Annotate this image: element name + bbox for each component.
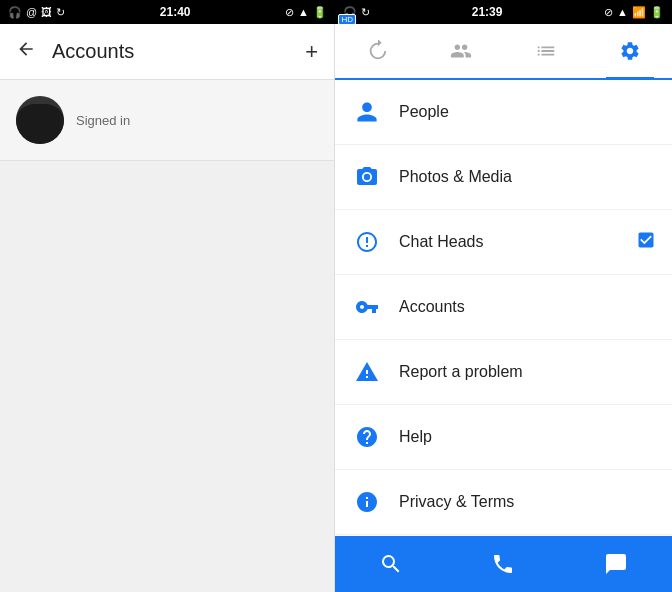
key-icon bbox=[351, 291, 383, 323]
warning-icon bbox=[351, 356, 383, 388]
menu-item-help[interactable]: Help bbox=[335, 405, 672, 470]
signed-in-label: Signed in bbox=[76, 113, 130, 128]
report-label: Report a problem bbox=[399, 363, 656, 381]
menu-list: People Photos & Media Chat Heads bbox=[335, 80, 672, 536]
info-circle-icon bbox=[351, 486, 383, 518]
menu-item-report[interactable]: Report a problem bbox=[335, 340, 672, 405]
accounts-label: Accounts bbox=[399, 298, 656, 316]
chat-heads-check bbox=[636, 230, 656, 255]
person-icon bbox=[351, 96, 383, 128]
left-header: Accounts + bbox=[0, 24, 334, 80]
help-label: Help bbox=[399, 428, 656, 446]
call-nav-button[interactable]: HD bbox=[447, 536, 559, 592]
chat-heads-icon bbox=[351, 226, 383, 258]
tab-list[interactable] bbox=[522, 23, 570, 79]
search-nav-button[interactable] bbox=[335, 536, 447, 592]
right-panel: People Photos & Media Chat Heads bbox=[335, 24, 672, 592]
page-title: Accounts bbox=[52, 40, 305, 63]
left-panel: Accounts + Signed in bbox=[0, 24, 335, 592]
camera-icon bbox=[351, 161, 383, 193]
avatar bbox=[16, 96, 64, 144]
right-header bbox=[335, 24, 672, 80]
menu-item-people[interactable]: People bbox=[335, 80, 672, 145]
people-label: People bbox=[399, 103, 656, 121]
chat-nav-button[interactable] bbox=[560, 536, 672, 592]
add-button[interactable]: + bbox=[305, 39, 318, 65]
menu-item-privacy[interactable]: Privacy & Terms bbox=[335, 470, 672, 535]
tab-settings[interactable] bbox=[606, 23, 654, 79]
menu-item-accounts[interactable]: Accounts bbox=[335, 275, 672, 340]
tab-recent[interactable] bbox=[353, 23, 401, 79]
help-circle-icon bbox=[351, 421, 383, 453]
tab-groups[interactable] bbox=[437, 23, 485, 79]
photos-label: Photos & Media bbox=[399, 168, 656, 186]
back-button[interactable] bbox=[16, 39, 36, 64]
privacy-label: Privacy & Terms bbox=[399, 493, 656, 511]
left-time: 21:40 bbox=[160, 5, 191, 19]
right-time: 21:39 bbox=[472, 5, 503, 19]
menu-item-chat-heads[interactable]: Chat Heads bbox=[335, 210, 672, 275]
bottom-nav: HD bbox=[335, 536, 672, 592]
menu-item-photos[interactable]: Photos & Media bbox=[335, 145, 672, 210]
chat-heads-label: Chat Heads bbox=[399, 233, 620, 251]
account-item[interactable]: Signed in bbox=[0, 80, 334, 161]
